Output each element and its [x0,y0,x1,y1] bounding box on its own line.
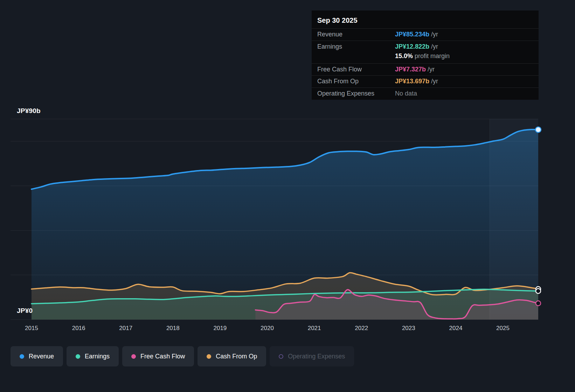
legend: Revenue Earnings Free Cash Flow Cash Fro… [11,346,354,366]
operating-expenses-ring-icon [279,354,283,359]
revenue-dot-icon [20,354,24,359]
x-tick-2019: 2019 [213,325,227,332]
earnings-revenue-chart-panel: JP¥90b JP¥0 2015201620172018201920202021… [0,0,575,392]
tooltip-row-revenue: Revenue JP¥85.234b /yr [312,28,539,41]
legend-item-revenue[interactable]: Revenue [11,346,63,366]
tooltip-value-revenue: JP¥85.234b /yr [395,31,438,38]
tooltip-value-free-cash-flow: JP¥7.327b /yr [395,66,435,74]
tooltip-row-operating-expenses: Operating Expenses No data [312,88,539,100]
free-cash-flow-dot-icon [131,354,136,359]
tooltip-label-cash-from-op: Cash From Op [317,78,395,85]
legend-item-earnings[interactable]: Earnings [67,346,119,366]
x-tick-2024: 2024 [449,325,463,332]
tooltip-value-cash-from-op: JP¥13.697b /yr [395,78,438,85]
x-tick-2017: 2017 [119,325,132,332]
y-axis-label-max: JP¥90b [17,107,41,115]
x-tick-2025: 2025 [496,325,510,332]
tooltip-row-profit-margin: 15.0% profit margin [312,52,539,63]
tooltip-label-revenue: Revenue [317,31,395,38]
legend-label-operating-expenses: Operating Expenses [288,353,345,360]
tooltip-label-free-cash-flow: Free Cash Flow [317,66,395,74]
tooltip-value-profit-margin: 15.0% profit margin [395,52,450,60]
x-tick-2020: 2020 [261,325,274,332]
tooltip-label-operating-expenses: Operating Expenses [317,90,395,98]
legend-label-earnings: Earnings [85,353,110,360]
legend-item-operating-expenses[interactable]: Operating Expenses [270,346,354,366]
tooltip-date: Sep 30 2025 [312,10,539,28]
series-endpoint-free-cash-flow [536,301,541,306]
y-axis-label-zero: JP¥0 [17,307,33,315]
legend-item-free-cash-flow[interactable]: Free Cash Flow [122,346,194,366]
series-endpoint-earnings [536,289,541,294]
tooltip-label-earnings: Earnings [317,43,395,51]
x-tick-2023: 2023 [402,325,415,332]
tooltip-value-operating-expenses: No data [395,90,417,98]
earnings-dot-icon [76,354,80,359]
x-tick-2021: 2021 [308,325,321,332]
tooltip-row-free-cash-flow: Free Cash Flow JP¥7.327b /yr [312,63,539,76]
x-tick-2018: 2018 [166,325,180,332]
tooltip-row-earnings: Earnings JP¥12.822b /yr [312,41,539,53]
legend-label-revenue: Revenue [29,353,54,360]
cash-from-op-dot-icon [207,354,211,359]
chart-tooltip: Sep 30 2025 Revenue JP¥85.234b /yr Earni… [312,10,539,100]
legend-label-cash-from-op: Cash From Op [216,353,257,360]
x-tick-2015: 2015 [25,325,38,332]
tooltip-row-cash-from-op: Cash From Op JP¥13.697b /yr [312,75,539,88]
x-tick-2016: 2016 [72,325,85,332]
legend-item-cash-from-op[interactable]: Cash From Op [198,346,266,366]
tooltip-value-earnings: JP¥12.822b /yr [395,43,438,51]
x-tick-2022: 2022 [355,325,368,332]
legend-label-free-cash-flow: Free Cash Flow [140,353,185,360]
series-endpoint-revenue [535,127,541,133]
